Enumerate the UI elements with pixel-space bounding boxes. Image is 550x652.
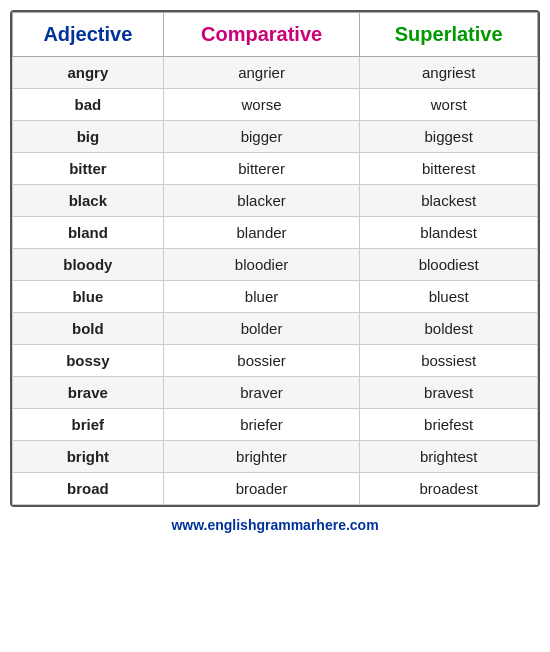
comparative-cell: blander bbox=[163, 217, 360, 249]
footer-url: www.englishgrammarhere.com bbox=[171, 513, 378, 537]
table-row: brightbrighterbrightest bbox=[13, 441, 538, 473]
table-header-row: Adjective Comparative Superlative bbox=[13, 13, 538, 57]
table-wrapper: Adjective Comparative Superlative angrya… bbox=[10, 10, 540, 507]
table-row: broadbroaderbroadest bbox=[13, 473, 538, 505]
superlative-cell: broadest bbox=[360, 473, 538, 505]
comparative-cell: broader bbox=[163, 473, 360, 505]
comparative-cell: bigger bbox=[163, 121, 360, 153]
adjective-cell: bossy bbox=[13, 345, 164, 377]
comparative-cell: braver bbox=[163, 377, 360, 409]
adjective-cell: big bbox=[13, 121, 164, 153]
adjective-cell: brief bbox=[13, 409, 164, 441]
table-row: bitterbittererbitterest bbox=[13, 153, 538, 185]
superlative-cell: bravest bbox=[360, 377, 538, 409]
superlative-cell: worst bbox=[360, 89, 538, 121]
superlative-cell: angriest bbox=[360, 57, 538, 89]
table-row: badworseworst bbox=[13, 89, 538, 121]
superlative-header: Superlative bbox=[360, 13, 538, 57]
adjective-cell: black bbox=[13, 185, 164, 217]
adjective-table-container: Adjective Comparative Superlative angrya… bbox=[10, 10, 540, 507]
table-row: briefbrieferbriefest bbox=[13, 409, 538, 441]
table-row: angryangrierangriest bbox=[13, 57, 538, 89]
superlative-cell: bluest bbox=[360, 281, 538, 313]
comparative-cell: bloodier bbox=[163, 249, 360, 281]
adjective-cell: bad bbox=[13, 89, 164, 121]
table-row: bravebraverbravest bbox=[13, 377, 538, 409]
adjective-header: Adjective bbox=[13, 13, 164, 57]
comparative-header: Comparative bbox=[163, 13, 360, 57]
adjective-cell: bland bbox=[13, 217, 164, 249]
table-row: bloodybloodierbloodiest bbox=[13, 249, 538, 281]
adjective-cell: blue bbox=[13, 281, 164, 313]
adjective-table: Adjective Comparative Superlative angrya… bbox=[12, 12, 538, 505]
adjective-cell: bloody bbox=[13, 249, 164, 281]
adjective-cell: broad bbox=[13, 473, 164, 505]
comparative-cell: briefer bbox=[163, 409, 360, 441]
table-row: bossybossierbossiest bbox=[13, 345, 538, 377]
superlative-cell: biggest bbox=[360, 121, 538, 153]
superlative-cell: bitterest bbox=[360, 153, 538, 185]
table-row: bluebluerbluest bbox=[13, 281, 538, 313]
table-row: blandblanderblandest bbox=[13, 217, 538, 249]
superlative-cell: blandest bbox=[360, 217, 538, 249]
adjective-cell: bright bbox=[13, 441, 164, 473]
table-row: blackblackerblackest bbox=[13, 185, 538, 217]
superlative-cell: blackest bbox=[360, 185, 538, 217]
comparative-cell: bolder bbox=[163, 313, 360, 345]
comparative-cell: bossier bbox=[163, 345, 360, 377]
adjective-cell: angry bbox=[13, 57, 164, 89]
superlative-cell: boldest bbox=[360, 313, 538, 345]
comparative-cell: worse bbox=[163, 89, 360, 121]
adjective-cell: bitter bbox=[13, 153, 164, 185]
adjective-cell: brave bbox=[13, 377, 164, 409]
superlative-cell: bloodiest bbox=[360, 249, 538, 281]
superlative-cell: briefest bbox=[360, 409, 538, 441]
table-row: bigbiggerbiggest bbox=[13, 121, 538, 153]
comparative-cell: angrier bbox=[163, 57, 360, 89]
comparative-cell: bitterer bbox=[163, 153, 360, 185]
superlative-cell: brightest bbox=[360, 441, 538, 473]
superlative-cell: bossiest bbox=[360, 345, 538, 377]
table-row: boldbolderboldest bbox=[13, 313, 538, 345]
adjective-cell: bold bbox=[13, 313, 164, 345]
comparative-cell: blacker bbox=[163, 185, 360, 217]
comparative-cell: brighter bbox=[163, 441, 360, 473]
comparative-cell: bluer bbox=[163, 281, 360, 313]
